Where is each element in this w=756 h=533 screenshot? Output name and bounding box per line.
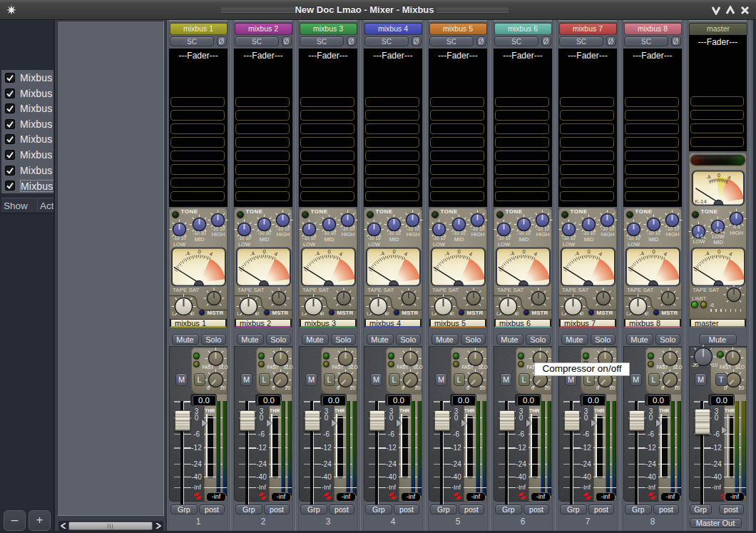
svg-text:0: 0 (522, 248, 525, 255)
svg-text:K-14: K-14 (695, 198, 707, 205)
svg-text:0: 0 (198, 248, 200, 255)
svg-text:0: 0 (652, 248, 655, 255)
svg-text:0: 0 (457, 248, 460, 255)
svg-text:0: 0 (392, 248, 395, 255)
svg-text:0: 0 (717, 248, 720, 255)
svg-text:0: 0 (262, 248, 265, 255)
svg-text:0: 0 (717, 172, 720, 178)
svg-text:0: 0 (587, 248, 590, 255)
svg-text:0: 0 (327, 248, 330, 255)
